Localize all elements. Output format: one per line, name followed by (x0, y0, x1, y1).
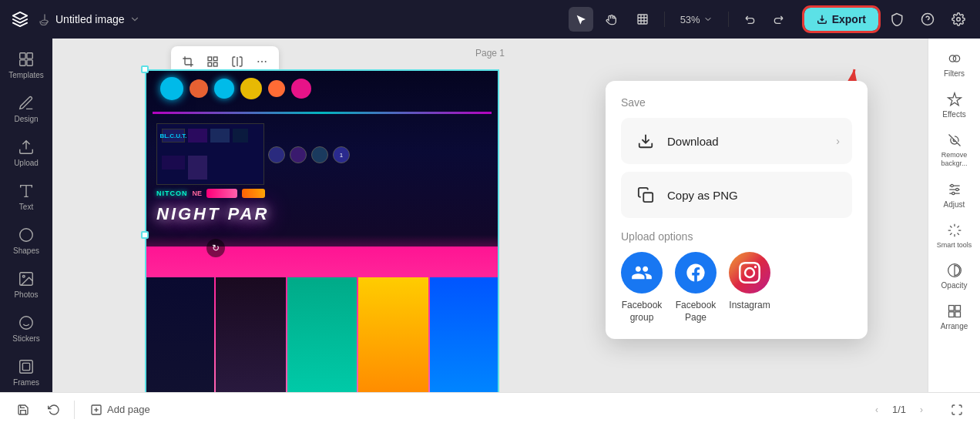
handle-top-left[interactable] (141, 65, 149, 73)
zoom-control[interactable]: 53% (674, 11, 719, 29)
save-panel: Save Download › Copy as PNG (606, 81, 868, 339)
svg-rect-6 (20, 53, 25, 59)
handle-middle-left[interactable] (141, 231, 149, 239)
page-indicator: 1/1 (892, 404, 906, 415)
undo-button[interactable] (738, 7, 763, 32)
left-sidebar: Templates Design Upload Text Shapes Phot… (0, 39, 52, 392)
right-sidebar: Filters Effects Remove backgr... Adjust … (928, 39, 980, 392)
sidebar-item-design-label: Design (14, 115, 38, 123)
right-sidebar-item-arrange[interactable]: Arrange (931, 297, 978, 337)
svg-rect-9 (27, 60, 32, 65)
sidebar-item-templates-label: Templates (8, 71, 44, 79)
sidebar-item-stickers[interactable]: Stickers (4, 308, 49, 349)
svg-point-28 (955, 188, 958, 190)
svg-rect-19 (208, 62, 212, 66)
right-sidebar-item-opacity[interactable]: Opacity (931, 257, 978, 296)
copy-png-option[interactable]: Copy as PNG (621, 172, 852, 218)
sidebar-item-text[interactable]: Text (4, 176, 49, 217)
app-logo (9, 8, 31, 30)
arrange-label: Arrange (941, 322, 968, 330)
svg-point-26 (953, 55, 959, 62)
save-panel-title: Save (621, 96, 852, 109)
svg-point-21 (261, 61, 263, 62)
svg-rect-30 (948, 306, 954, 311)
next-page-button[interactable]: › (912, 401, 931, 419)
download-chevron: › (836, 135, 840, 147)
sidebar-item-stickers-label: Stickers (12, 334, 40, 343)
svg-rect-33 (955, 312, 960, 317)
adjust-label: Adjust (944, 200, 965, 209)
help-button[interactable] (915, 7, 940, 32)
remove-bg-label: Remove backgr... (935, 151, 975, 168)
right-sidebar-item-filters[interactable]: Filters (931, 45, 978, 84)
export-button[interactable]: Export (804, 8, 878, 31)
right-sidebar-item-adjust[interactable]: Adjust (931, 176, 978, 215)
topbar: Untitled image 53% Exp (0, 0, 980, 39)
facebook-group-option[interactable]: Facebookgroup (621, 252, 663, 324)
instagram-option[interactable]: Instagram (729, 252, 770, 324)
download-option[interactable]: Download › (621, 118, 852, 164)
redo-button[interactable] (766, 7, 790, 32)
frame-tool[interactable] (630, 7, 655, 32)
svg-rect-32 (948, 312, 954, 317)
svg-rect-1 (638, 15, 647, 24)
right-sidebar-item-effects[interactable]: Effects (931, 86, 978, 125)
upload-section-title: Upload options (621, 230, 852, 243)
file-title-group[interactable]: Untitled image (39, 13, 140, 25)
right-sidebar-item-smart-tools[interactable]: Smart tools (931, 216, 978, 256)
export-label: Export (832, 13, 866, 25)
sidebar-item-frames[interactable]: Frames (4, 352, 49, 392)
copy-png-icon (633, 183, 658, 207)
sidebar-item-shapes[interactable]: Shapes (4, 220, 49, 261)
undo-redo-group (738, 7, 790, 32)
svg-rect-16 (208, 57, 212, 61)
opacity-label: Opacity (941, 281, 968, 290)
instagram-label: Instagram (729, 300, 770, 312)
bottom-divider (74, 401, 75, 419)
save-history-button[interactable] (12, 399, 34, 421)
download-option-left: Download (633, 129, 719, 153)
svg-point-5 (957, 18, 961, 22)
svg-point-22 (265, 61, 267, 62)
facebook-page-label: FacebookPage (676, 300, 717, 324)
facebook-group-label: Facebookgroup (622, 300, 663, 324)
right-sidebar-item-remove-bg[interactable]: Remove backgr... (931, 126, 978, 174)
svg-rect-18 (213, 62, 217, 66)
select-tool[interactable] (569, 7, 593, 32)
facebook-page-option[interactable]: FacebookPage (675, 252, 717, 324)
svg-rect-31 (955, 306, 960, 311)
svg-rect-15 (22, 363, 29, 370)
sidebar-item-photos-label: Photos (14, 290, 38, 299)
prev-page-button[interactable]: ‹ (868, 401, 886, 419)
canvas-image-container[interactable]: BL.C.U.T. 1 NITCON NE (145, 69, 499, 392)
download-label: Download (667, 135, 719, 148)
hand-tool[interactable] (599, 7, 624, 32)
history-button[interactable] (43, 399, 65, 421)
svg-rect-14 (20, 361, 33, 374)
filters-label: Filters (944, 69, 965, 78)
sidebar-item-shapes-label: Shapes (13, 247, 39, 255)
svg-point-10 (20, 229, 33, 242)
canvas-tools: 53% (569, 7, 790, 32)
sidebar-item-design[interactable]: Design (4, 89, 49, 129)
copy-png-left: Copy as PNG (633, 183, 738, 207)
facebook-group-icon (621, 252, 663, 294)
effects-label: Effects (942, 110, 965, 119)
svg-point-29 (951, 192, 954, 194)
topbar-right: Export (804, 7, 971, 32)
canvas-area[interactable]: Page 1 (52, 39, 928, 392)
fullscreen-button[interactable] (946, 399, 968, 421)
sidebar-item-templates[interactable]: Templates (4, 45, 49, 86)
sidebar-item-upload[interactable]: Upload (4, 132, 49, 173)
svg-point-27 (951, 184, 953, 186)
page-label: Page 1 (475, 48, 505, 59)
sidebar-item-photos[interactable]: Photos (4, 264, 49, 305)
add-page-label: Add page (107, 404, 150, 415)
shield-button[interactable] (884, 7, 909, 32)
bottom-bar: Add page ‹ 1/1 › (0, 392, 980, 426)
page-navigation: ‹ 1/1 › (868, 401, 931, 419)
svg-rect-17 (213, 57, 217, 61)
upload-options: Facebookgroup FacebookPage Instagram (621, 252, 852, 324)
add-page-button[interactable]: Add page (84, 401, 156, 419)
settings-button[interactable] (946, 7, 971, 32)
